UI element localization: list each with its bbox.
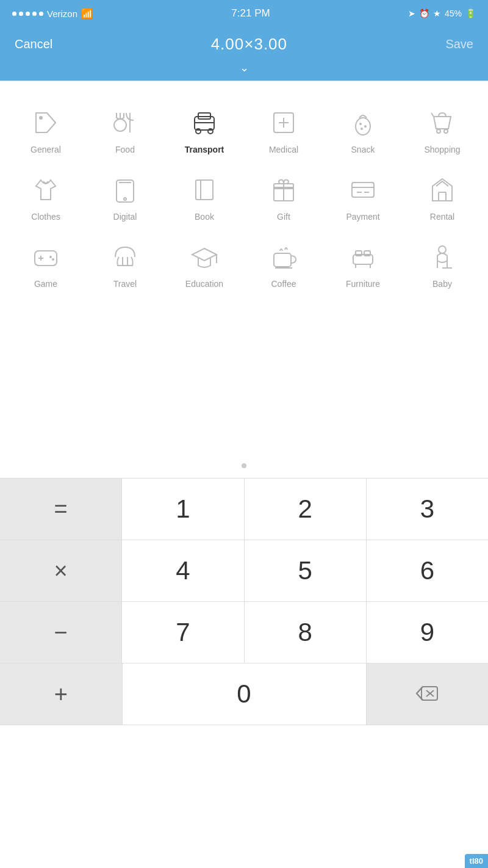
payment-icon [346, 173, 380, 207]
category-label-medical: Medical [269, 145, 298, 154]
category-label-payment: Payment [346, 212, 379, 222]
category-item-food[interactable]: Food [85, 99, 165, 161]
key-1[interactable]: 1 [122, 479, 244, 540]
svg-point-17 [444, 129, 448, 133]
wifi-icon: 📶 [81, 8, 93, 20]
category-label-shopping: Shopping [424, 145, 460, 154]
key-0[interactable]: 0 [123, 664, 367, 725]
svg-point-19 [124, 198, 126, 200]
header: Cancel 4.00×3.00 Save [0, 27, 488, 61]
category-area: GeneralFoodTransportMedicalSnackShopping… [0, 81, 488, 307]
rental-icon [425, 173, 459, 207]
calc-row-1: = 1 2 3 [0, 479, 488, 540]
key-6[interactable]: 6 [367, 540, 488, 601]
chevron-down-icon: ⌄ [240, 61, 249, 74]
category-label-baby: Baby [432, 279, 452, 289]
status-left: Verizon 📶 [12, 8, 93, 20]
category-item-baby[interactable]: Baby [403, 234, 482, 295]
category-label-clothes: Clothes [31, 212, 60, 222]
signal-dots [12, 12, 43, 16]
category-item-game[interactable]: Game [6, 234, 85, 295]
save-button[interactable]: Save [445, 37, 473, 51]
category-item-snack[interactable]: Snack [323, 99, 403, 161]
key-2[interactable]: 2 [245, 479, 367, 540]
battery-icon: 🔋 [465, 9, 476, 18]
category-label-game: Game [34, 279, 57, 289]
category-item-transport[interactable]: Transport [165, 99, 244, 161]
plus-key[interactable]: + [0, 664, 123, 725]
category-item-general[interactable]: General [6, 99, 85, 161]
alarm-icon: ⏰ [419, 9, 429, 18]
category-label-furniture: Furniture [346, 279, 380, 289]
category-item-travel[interactable]: Travel [85, 234, 165, 295]
gift-icon [267, 173, 301, 207]
calc-row-4: + 0 [0, 664, 488, 725]
category-item-payment[interactable]: Payment [323, 167, 403, 228]
digital-icon [108, 173, 142, 207]
book-icon [187, 173, 221, 207]
svg-point-35 [52, 258, 54, 261]
svg-point-1 [114, 119, 126, 131]
svg-rect-18 [117, 180, 134, 202]
key-4[interactable]: 4 [122, 540, 244, 601]
key-8[interactable]: 8 [245, 602, 367, 663]
svg-rect-21 [196, 180, 213, 200]
category-item-gift[interactable]: Gift [244, 167, 323, 228]
category-grid: GeneralFoodTransportMedicalSnackShopping… [6, 99, 482, 295]
key-7[interactable]: 7 [122, 602, 244, 663]
food-icon [108, 106, 142, 140]
shopping-icon [425, 106, 459, 140]
svg-rect-30 [439, 192, 446, 201]
key-3[interactable]: 3 [367, 479, 488, 540]
svg-point-13 [359, 123, 362, 125]
chevron-row: ⌄ [0, 61, 488, 81]
header-title: 4.00×3.00 [211, 35, 287, 54]
travel-icon [108, 240, 142, 274]
t180-badge: tI80 [465, 854, 488, 868]
svg-rect-26 [352, 183, 374, 197]
key-9[interactable]: 9 [367, 602, 488, 663]
svg-point-12 [356, 118, 370, 135]
page-indicator-dot [242, 463, 246, 468]
equals-key[interactable]: = [0, 479, 122, 540]
backspace-key[interactable] [367, 664, 489, 725]
category-label-coffee: Coffee [271, 279, 296, 289]
svg-point-14 [364, 125, 367, 128]
category-label-rental: Rental [430, 212, 454, 222]
category-item-medical[interactable]: Medical [244, 99, 323, 161]
category-label-education: Education [185, 279, 223, 289]
cancel-button[interactable]: Cancel [15, 37, 52, 51]
medical-icon [267, 106, 301, 140]
education-icon [187, 240, 221, 274]
game-icon [29, 240, 63, 274]
multiply-key[interactable]: × [0, 540, 122, 601]
svg-point-15 [361, 128, 363, 130]
category-label-gift: Gift [277, 212, 290, 222]
category-item-education[interactable]: Education [165, 234, 244, 295]
calc-row-2: × 4 5 6 [0, 540, 488, 602]
category-item-book[interactable]: Book [165, 167, 244, 228]
category-label-travel: Travel [113, 279, 137, 289]
status-time: 7:21 PM [231, 7, 270, 20]
category-item-furniture[interactable]: Furniture [323, 234, 403, 295]
category-label-snack: Snack [351, 145, 375, 154]
calculator: = 1 2 3 × 4 5 6 − 7 8 9 + 0 [0, 478, 488, 725]
furniture-icon [346, 240, 380, 274]
category-label-food: Food [115, 145, 135, 154]
svg-rect-31 [35, 251, 57, 266]
svg-point-0 [39, 116, 43, 120]
coffee-icon [267, 240, 301, 274]
battery-label: 45% [445, 9, 462, 18]
category-item-coffee[interactable]: Coffee [244, 234, 323, 295]
bluetooth-icon: ★ [433, 9, 441, 18]
status-bar: Verizon 📶 7:21 PM ➤ ⏰ ★ 45% 🔋 [0, 0, 488, 27]
category-label-digital: Digital [113, 212, 137, 222]
minus-key[interactable]: − [0, 602, 122, 663]
baby-icon [425, 240, 459, 274]
category-item-rental[interactable]: Rental [403, 167, 482, 228]
category-item-clothes[interactable]: Clothes [6, 167, 85, 228]
key-5[interactable]: 5 [245, 540, 367, 601]
svg-rect-39 [274, 253, 291, 267]
category-item-shopping[interactable]: Shopping [403, 99, 482, 161]
category-item-digital[interactable]: Digital [85, 167, 165, 228]
